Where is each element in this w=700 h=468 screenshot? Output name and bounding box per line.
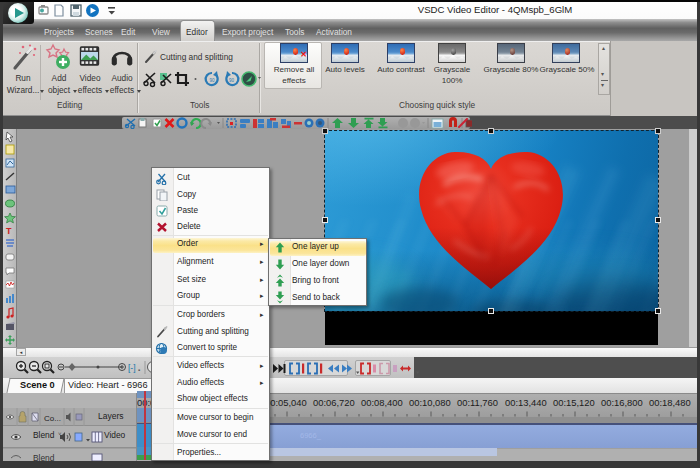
svg-text:90: 90: [229, 78, 235, 83]
svg-text:[-]: [-]: [128, 363, 136, 373]
svg-text:▪: ▪: [138, 367, 140, 373]
svg-text:Co...: Co...: [44, 414, 61, 423]
svg-text:T: T: [6, 226, 12, 236]
svg-text:90: 90: [210, 78, 216, 83]
